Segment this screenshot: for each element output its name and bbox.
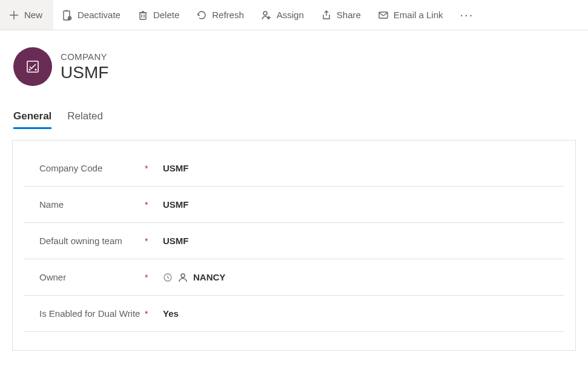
- svg-rect-12: [379, 12, 388, 18]
- record-header: COMPANY USMF: [0, 30, 588, 92]
- required-marker: *: [145, 164, 159, 173]
- svg-point-17: [181, 274, 185, 277]
- svg-point-9: [263, 12, 267, 15]
- field-owner[interactable]: Owner * NANCY: [24, 259, 564, 296]
- field-value-dual-write: Yes: [159, 308, 564, 319]
- plus-icon: [8, 10, 19, 21]
- share-button[interactable]: Share: [312, 0, 369, 30]
- svg-rect-4: [140, 13, 146, 19]
- share-label: Share: [337, 10, 361, 20]
- email-icon: [378, 10, 389, 21]
- required-marker: *: [145, 236, 159, 246]
- field-value-name: USMF: [159, 199, 564, 210]
- field-label-name: Name: [24, 199, 145, 210]
- form-card: Company Code * USMF Name * USMF Default …: [12, 140, 576, 351]
- refresh-icon: [196, 10, 207, 21]
- trash-icon: [137, 10, 148, 21]
- company-icon: [25, 59, 41, 75]
- tabs: General Related: [0, 92, 588, 129]
- refresh-button[interactable]: Refresh: [188, 0, 253, 30]
- field-value-company-code: USMF: [159, 163, 564, 173]
- field-value-owner: NANCY: [193, 272, 225, 282]
- field-label-company-code: Company Code: [24, 163, 145, 173]
- record-name: USMF: [61, 63, 108, 82]
- required-marker: *: [145, 200, 159, 210]
- email-link-label: Email a Link: [394, 10, 443, 20]
- overflow-button[interactable]: ···: [452, 8, 483, 22]
- field-company-code[interactable]: Company Code * USMF: [24, 150, 564, 187]
- person-icon: [177, 272, 188, 283]
- deactivate-icon: [62, 10, 73, 21]
- field-label-owner: Owner: [24, 272, 145, 282]
- refresh-label: Refresh: [212, 10, 244, 20]
- clock-icon: [163, 273, 173, 282]
- field-label-dual-write: Is Enabled for Dual Write: [24, 308, 145, 319]
- field-label-default-owning-team: Default owning team: [24, 236, 145, 246]
- field-value-default-owning-team: USMF: [159, 236, 564, 246]
- required-marker: *: [145, 273, 159, 282]
- share-icon: [321, 10, 332, 21]
- field-dual-write[interactable]: Is Enabled for Dual Write * Yes: [24, 296, 564, 332]
- delete-label: Delete: [153, 10, 179, 20]
- new-label: New: [24, 10, 42, 20]
- entity-avatar: [13, 47, 52, 86]
- required-marker: *: [145, 309, 159, 319]
- assign-label: Assign: [277, 10, 304, 20]
- entity-label: COMPANY: [61, 51, 108, 62]
- svg-point-15: [35, 69, 36, 70]
- assign-button[interactable]: Assign: [253, 0, 312, 30]
- assign-icon: [261, 10, 272, 21]
- svg-point-14: [29, 69, 30, 70]
- field-name[interactable]: Name * USMF: [24, 187, 564, 223]
- tab-related[interactable]: Related: [67, 110, 103, 129]
- command-bar: New Deactivate Delete Refresh Assign Sha…: [0, 0, 588, 30]
- email-link-button[interactable]: Email a Link: [369, 0, 452, 30]
- tab-general[interactable]: General: [13, 110, 51, 129]
- new-button[interactable]: New: [0, 0, 53, 30]
- field-default-owning-team[interactable]: Default owning team * USMF: [24, 223, 564, 259]
- delete-button[interactable]: Delete: [129, 0, 188, 30]
- deactivate-label: Deactivate: [78, 10, 121, 20]
- deactivate-button[interactable]: Deactivate: [53, 0, 129, 30]
